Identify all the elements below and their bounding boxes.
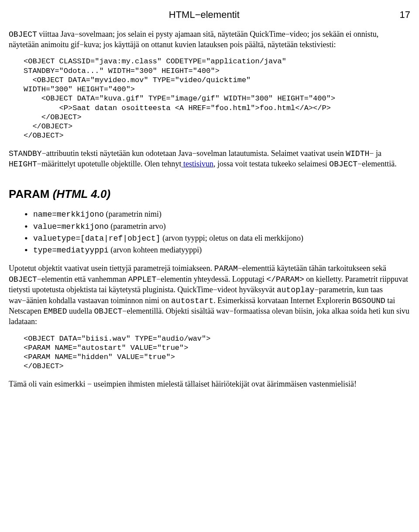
attr-desc: (parametrin nimi) (104, 210, 161, 218)
code-inline: OBJECT (94, 307, 122, 316)
page-number: 17 (400, 9, 410, 21)
page-header: HTML−elementit 17 (9, 9, 410, 21)
text: − ja (369, 149, 381, 158)
code-inline: APPLET (128, 275, 156, 284)
attr-name: type=mediatyyppi (33, 246, 109, 255)
text: . Esimerkissä korvataan Internet Explore… (213, 296, 352, 305)
text: −elementin että vanhemman (37, 275, 128, 283)
intro-text: viittaa Java−sovelmaan; jos selain ei py… (9, 30, 378, 49)
attr-name: value=merkkijono (33, 222, 109, 231)
text: −elementtiä käytetään tähän tarkoituksee… (238, 264, 386, 273)
code-inline: OBJECT (329, 160, 357, 169)
code-inline: autostart (171, 297, 213, 305)
code-inline: EMBED (43, 307, 67, 316)
testisivun-link[interactable]: testisivun (181, 159, 213, 168)
attr-desc: (parametrin arvo) (109, 222, 166, 231)
text: , jossa voit testata tukeeko selaimesi (213, 159, 329, 168)
standby-paragraph: STANDBY−attribuutin teksti näytetään kun… (9, 149, 410, 170)
code-block-object-nested: <OBJECT CLASSID="java:my.class" CODETYPE… (24, 57, 410, 140)
code-inline: autoplay (277, 286, 314, 294)
code-block-object-param: <OBJECT DATA="biisi.wav" TYPE="audio/wav… (24, 334, 410, 371)
code-inline: STANDBY (9, 149, 42, 158)
text: Upotetut objektit vaativat usein tiettyj… (9, 264, 214, 273)
attr-name: name=merkkijono (33, 210, 104, 219)
text: uudella (67, 307, 94, 315)
section-heading-param: PARAM (HTML 4.0) (9, 187, 410, 202)
heading-version: (HTML 4.0) (53, 187, 110, 200)
code-inline: OBJECT (9, 30, 37, 39)
heading-text: PARAM (9, 187, 53, 200)
code-inline: BGSOUND (352, 297, 385, 305)
param-description-paragraph: Upotetut objektit vaativat usein tiettyj… (9, 263, 410, 327)
outro-paragraph: Tämä oli vain esimerkki − useimpien ihmi… (9, 379, 410, 389)
list-item: valuetype=[data|ref|object] (arvon tyypp… (33, 233, 410, 244)
list-item: value=merkkijono (parametrin arvo) (33, 221, 410, 232)
text: −attribuutin teksti näytetään kun odotet… (42, 149, 346, 158)
text: −määrittelyt upotetulle objektille. Olen… (37, 159, 182, 168)
attr-desc: (arvon kohteen mediatyyppi) (109, 245, 202, 254)
code-inline: HEIGHT (9, 160, 37, 169)
text: −elementin yhteydessä. Lopputagi (156, 275, 266, 283)
doc-title: HTML−elementit (169, 9, 240, 21)
attr-name: valuetype=[data|ref|object] (33, 234, 161, 243)
code-inline: PARAM (214, 264, 238, 273)
text: −elementtiä. (357, 159, 397, 168)
list-item: name=merkkijono (parametrin nimi) (33, 209, 410, 220)
intro-paragraph: OBJECT viittaa Java−sovelmaan; jos selai… (9, 29, 410, 50)
code-inline: </PARAM> (266, 275, 304, 284)
param-attr-list: name=merkkijono (parametrin nimi) value=… (9, 209, 410, 256)
code-inline: OBJECT (9, 275, 37, 284)
attr-desc: (arvon tyyppi; oletus on data eli merkki… (161, 234, 303, 242)
code-inline: WIDTH (346, 149, 369, 158)
list-item: type=mediatyyppi (arvon kohteen mediatyy… (33, 245, 410, 256)
